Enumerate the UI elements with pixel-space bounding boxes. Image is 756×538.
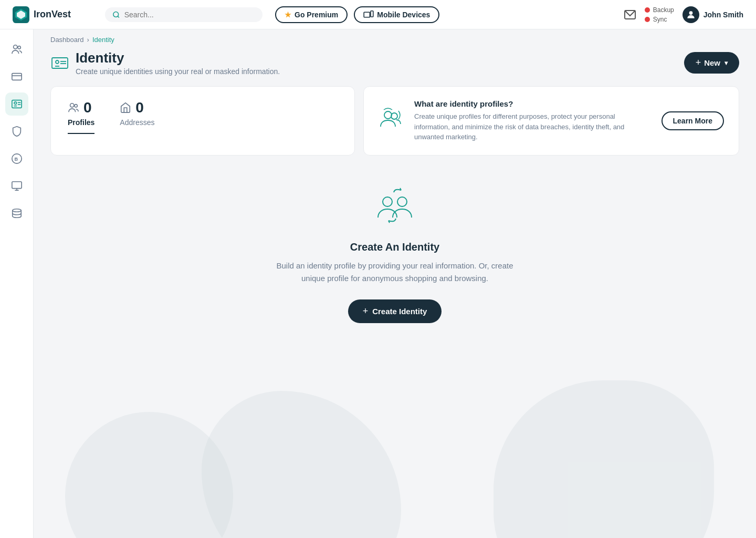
addresses-label: Addresses	[120, 118, 154, 127]
star-icon: ★	[285, 11, 291, 19]
main-inner: Dashboard › Identity	[34, 29, 756, 355]
addresses-tab-row: 0	[120, 99, 154, 116]
sidebar-item-shield[interactable]	[5, 120, 28, 143]
info-card-text: What are identity profiles? Create uniqu…	[414, 99, 651, 142]
empty-state: Create An Identity Build an identity pro…	[34, 156, 756, 355]
info-card: What are identity profiles? Create uniqu…	[363, 86, 739, 156]
svg-point-29	[70, 104, 74, 107]
page-title: Identity	[76, 50, 280, 66]
storage-icon	[11, 208, 23, 219]
svg-point-14	[14, 102, 16, 105]
sidebar-item-identity[interactable]	[5, 92, 28, 116]
search-icon	[112, 11, 120, 19]
mail-icon[interactable]	[624, 9, 636, 20]
logo-icon	[13, 6, 29, 23]
profiles-label: Profiles	[68, 118, 94, 127]
sync-dot	[645, 17, 650, 22]
page-title-area: Identity Create unique identities using …	[50, 50, 280, 76]
shield-icon	[11, 126, 23, 137]
chevron-down-icon: ▾	[724, 59, 728, 67]
create-plus-icon: +	[363, 306, 369, 317]
avatar	[682, 6, 699, 23]
people-icon	[11, 44, 23, 55]
addresses-count: 0	[135, 99, 144, 116]
create-identity-button[interactable]: + Create Identity	[348, 299, 442, 323]
addresses-tab[interactable]: 0 Addresses	[120, 99, 154, 134]
identity-icon	[11, 98, 23, 110]
search-bar[interactable]	[105, 7, 262, 22]
svg-rect-5	[364, 12, 370, 17]
sidebar-item-bitcoin[interactable]: B	[5, 147, 28, 170]
empty-state-description: Build an identity profile by providing y…	[269, 260, 521, 285]
bg-blob-1	[65, 412, 233, 538]
svg-point-23	[12, 209, 21, 212]
new-button[interactable]: + New ▾	[684, 52, 739, 74]
profiles-icon	[68, 102, 79, 113]
svg-rect-11	[12, 74, 21, 80]
svg-point-30	[75, 105, 78, 108]
monitor-icon	[11, 180, 23, 192]
svg-point-31	[384, 111, 392, 119]
backup-status: Backup	[645, 6, 674, 14]
info-card-title: What are identity profiles?	[414, 99, 651, 108]
svg-rect-13	[12, 100, 21, 108]
svg-rect-20	[12, 182, 21, 189]
nav-right: Backup Sync John Smith	[624, 6, 743, 23]
card-icon	[11, 71, 23, 82]
sidebar-item-storage[interactable]	[5, 202, 28, 225]
empty-state-icon	[374, 187, 416, 233]
sidebar-item-people[interactable]	[5, 38, 28, 61]
status-dots: Backup Sync	[645, 6, 674, 23]
breadcrumb-dashboard[interactable]: Dashboard	[50, 36, 84, 44]
sync-status: Sync	[645, 16, 674, 23]
bg-blob-2	[202, 391, 401, 538]
breadcrumb: Dashboard › Identity	[34, 29, 756, 50]
page-title-icon	[50, 54, 69, 73]
sidebar-item-cards[interactable]	[5, 65, 28, 88]
logo-text: IronVest	[34, 9, 71, 20]
sidebar-item-monitor[interactable]	[5, 174, 28, 198]
svg-text:B: B	[14, 157, 18, 162]
learn-more-button[interactable]: Learn More	[662, 111, 724, 130]
page-header: Identity Create unique identities using …	[34, 50, 756, 86]
svg-point-3	[113, 12, 119, 17]
user-name: John Smith	[704, 11, 743, 19]
sidebar: B	[0, 29, 34, 538]
page-subtitle: Create unique identities using your real…	[76, 67, 280, 76]
breadcrumb-chevron: ›	[87, 36, 89, 44]
svg-rect-6	[371, 11, 373, 16]
svg-point-32	[391, 113, 397, 119]
bg-blob-3	[494, 380, 714, 538]
svg-point-34	[397, 197, 407, 206]
title-text: Identity Create unique identities using …	[76, 50, 280, 76]
search-input[interactable]	[124, 11, 255, 19]
svg-point-8	[689, 11, 692, 15]
premium-button[interactable]: ★ Go Premium	[275, 6, 348, 23]
svg-rect-24	[52, 58, 68, 68]
addresses-icon	[120, 102, 131, 113]
plus-icon: +	[696, 57, 701, 68]
svg-point-25	[56, 60, 59, 64]
stats-card: 0 Profiles 0	[50, 86, 355, 156]
svg-point-33	[383, 197, 392, 206]
user-area[interactable]: John Smith	[682, 6, 743, 23]
stats-info-row: 0 Profiles 0	[50, 86, 739, 156]
backup-dot	[645, 7, 650, 13]
svg-point-10	[17, 46, 20, 49]
main-content: Dashboard › Identity	[34, 29, 756, 538]
svg-point-9	[13, 45, 17, 49]
layout: B Dashboard › Identity	[0, 29, 756, 538]
info-card-icon	[379, 106, 404, 136]
stats-section: 0 Profiles 0	[34, 86, 756, 156]
devices-button[interactable]: Mobile Devices	[354, 6, 439, 23]
empty-state-title: Create An Identity	[350, 241, 439, 253]
profiles-tab-row: 0	[68, 99, 94, 116]
profiles-tab[interactable]: 0 Profiles	[68, 99, 94, 134]
stats-tabs: 0 Profiles 0	[68, 99, 338, 134]
devices-icon	[363, 11, 374, 19]
breadcrumb-current: Identity	[92, 36, 114, 44]
bitcoin-icon: B	[11, 153, 23, 164]
background-decoration	[34, 328, 756, 538]
topnav: IronVest ★ Go Premium Mobile Devices	[0, 0, 756, 29]
svg-line-4	[118, 16, 119, 17]
